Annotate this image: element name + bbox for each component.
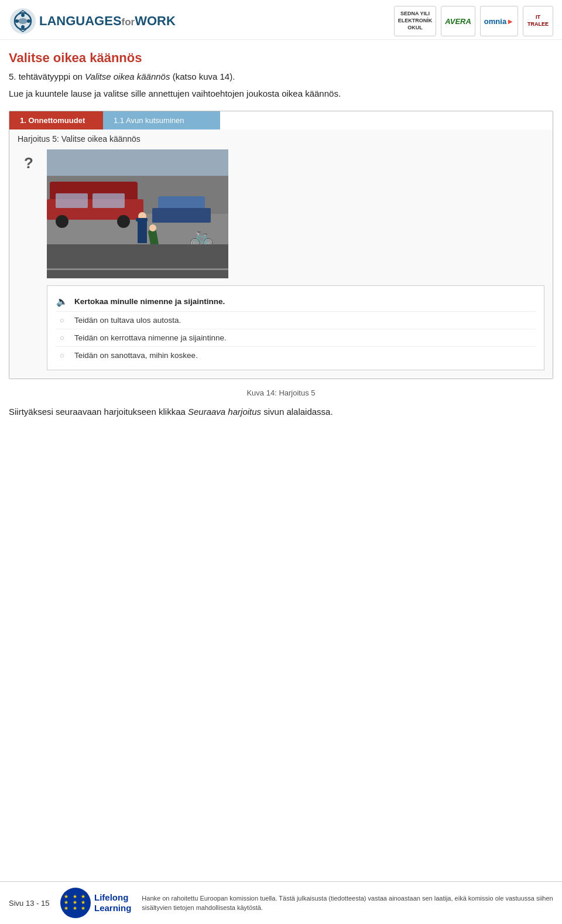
lifelong-line1: Lifelong [94, 892, 131, 903]
intro-italic: Valitse oikea käännös [85, 71, 170, 81]
description-text: Lue ja kuuntele lause ja valitse sille a… [9, 87, 553, 101]
main-content: Valitse oikea käännös 5. tehtävätyyppi o… [0, 40, 562, 432]
brand-name: LANGUAGESforWORK [39, 13, 176, 29]
partner-logos: SEDNA YILIELEKTRONİKOKUL AVERA omnia► IT… [394, 6, 553, 36]
intro-end: (katso kuva 14). [170, 71, 235, 81]
options-area: 🔈 Kertokaa minulle nimenne ja sijaintinn… [47, 285, 544, 370]
selected-indicator: 🔈 [56, 296, 68, 307]
logo-tralee: ITTRALEE [523, 6, 553, 36]
svg-point-4 [15, 19, 19, 23]
eu-emblem: ★ ★ ★★ ★ ★★ ★ ★ [60, 888, 91, 918]
exercise-nav-secondary: 1.1 Avun kutsuminen [103, 111, 220, 129]
svg-point-2 [21, 13, 25, 17]
page-number: Sivu 13 - 15 [9, 899, 50, 908]
exercise-image-area: 🚲 🔈 Kertokaa minulle nimenne ja sijainti… [47, 149, 544, 370]
footer: Sivu 13 - 15 ★ ★ ★★ ★ ★★ ★ ★ Lifelong Le… [0, 881, 562, 924]
followup-end: sivun alalaidassa. [261, 407, 333, 417]
lifelong-text: Lifelong Learning [94, 892, 131, 913]
brand-icon [9, 7, 37, 35]
logo-sedna: SEDNA YILIELEKTRONİKOKUL [394, 6, 437, 36]
svg-point-5 [27, 19, 30, 23]
logo-avera: AVERA [441, 6, 475, 36]
footer-disclaimer: Hanke on rahoitettu Euroopan komission t… [142, 894, 553, 913]
exercise-content: ? [18, 149, 544, 370]
eu-stars: ★ ★ ★★ ★ ★★ ★ ★ [64, 894, 87, 912]
option-text-3: Teidän on sanottava, mihin koskee. [74, 351, 198, 360]
header: LANGUAGESforWORK SEDNA YILIELEKTRONİKOKU… [0, 0, 562, 40]
question-mark: ? [18, 152, 40, 174]
followup-plain: Siirtyäksesi seuraavaan harjoitukseen kl… [9, 407, 188, 417]
selected-option-text: Kertokaa minulle nimenne ja sijaintinne. [74, 297, 225, 306]
followup-text: Siirtyäksesi seuraavaan harjoitukseen kl… [9, 405, 553, 419]
exercise-label: Harjoitus 5: Valitse oikea käännös [18, 134, 544, 144]
lifelong-learning-logo: ★ ★ ★★ ★ ★★ ★ ★ Lifelong Learning [60, 888, 131, 918]
option-row-2[interactable]: ○ Teidän on kerrottava nimenne ja sijain… [56, 329, 536, 347]
intro-paragraph: 5. tehtävätyyppi on Valitse oikea käännö… [9, 70, 553, 84]
option-text-1: Teidän on tultava ulos autosta. [74, 316, 181, 325]
page-title: Valitse oikea käännös [9, 50, 553, 66]
radio-indicator-1: ○ [56, 316, 68, 325]
exercise-nav: 1. Onnettomuudet 1.1 Avun kutsuminen [9, 111, 553, 129]
exercise-box: 1. Onnettomuudet 1.1 Avun kutsuminen Har… [9, 111, 553, 379]
accident-image: 🚲 [47, 149, 228, 278]
followup-italic: Seuraava harjoitus [188, 407, 261, 417]
exercise-inner: Harjoitus 5: Valitse oikea käännös ? [9, 129, 553, 379]
exercise-nav-primary: 1. Onnettomuudet [9, 111, 103, 129]
figure-caption: Kuva 14: Harjoitus 5 [9, 388, 553, 397]
radio-indicator-3: ○ [56, 351, 68, 360]
lifelong-line2: Learning [94, 903, 131, 913]
option-row-3[interactable]: ○ Teidän on sanottava, mihin koskee. [56, 347, 536, 364]
selected-option: 🔈 Kertokaa minulle nimenne ja sijaintinn… [56, 292, 536, 312]
option-row-1[interactable]: ○ Teidän on tultava ulos autosta. [56, 312, 536, 329]
brand-logo: LANGUAGESforWORK [9, 7, 176, 35]
radio-indicator-2: ○ [56, 333, 68, 342]
svg-point-3 [21, 25, 25, 29]
intro-plain: 5. tehtävätyyppi on [9, 71, 85, 81]
logo-omnia: omnia► [480, 6, 518, 36]
option-text-2: Teidän on kerrottava nimenne ja sijainti… [74, 333, 227, 342]
